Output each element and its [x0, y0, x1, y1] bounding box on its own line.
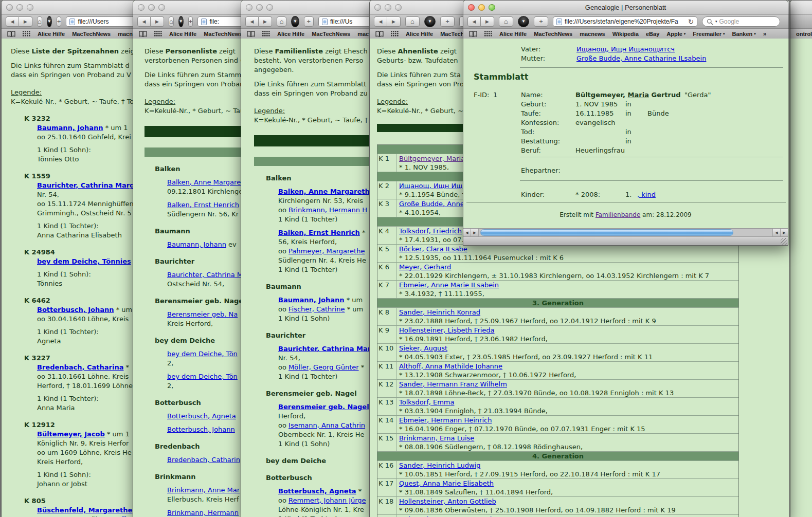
person-link[interactable]: bey dem Deiche, Tön [167, 350, 238, 358]
person-link[interactable]: Sander, Hermann Franz Wilhelm [399, 380, 507, 388]
person-link[interactable]: Balken, Ernst Henrich [167, 201, 239, 209]
new-tab-button[interactable]: + [57, 16, 62, 27]
close-button-icon[interactable] [138, 4, 145, 11]
minimize-button-icon[interactable] [385, 4, 391, 11]
person-link[interactable]: Balken, Ernst Henrich [278, 229, 360, 236]
zoom-button-icon[interactable] [158, 4, 165, 11]
forward-button[interactable]: ▶ [481, 16, 494, 27]
person-link[interactable]: Berensmeier geb. Nagel [278, 403, 369, 411]
person-link[interactable]: Botterbusch, Johann [37, 306, 114, 313]
bookmarks-overflow-icon[interactable]: » [763, 30, 767, 38]
address-bar[interactable]: file:///Users/stefan/eigene%20Projekte/F… [553, 16, 697, 27]
person-link[interactable]: Ebmeier, Hermann Heinrich [399, 416, 492, 424]
new-tab-button[interactable]: + [188, 16, 193, 27]
person-link[interactable]: Baurichter, Cathrina Mar [278, 345, 371, 353]
resize-grip[interactable] [781, 238, 787, 245]
person-link[interactable]: Brinkmann, Hermann H [288, 206, 367, 214]
person-link[interactable]: Brinkmann, Hermann [167, 509, 239, 516]
minimize-button-icon[interactable] [16, 4, 23, 11]
back-button[interactable]: ◀ [245, 16, 259, 27]
bookmark-item[interactable]: Apple▾ [666, 31, 685, 37]
close-button-icon[interactable] [468, 4, 475, 11]
new-tab-button[interactable]: + [534, 16, 548, 27]
person-link[interactable]: Balken, Anne Margareth [278, 188, 370, 195]
person-link[interactable]: Tolksdorf, Friedrich [399, 227, 462, 235]
download-button[interactable]: ▼ [47, 16, 52, 27]
download-button[interactable]: ▼ [518, 16, 529, 27]
bookmark-item[interactable]: Freemailer▾ [693, 31, 725, 37]
close-button-icon[interactable] [246, 4, 252, 11]
home-button[interactable]: ⌂ [499, 16, 513, 27]
back-button[interactable]: ◀ [467, 16, 481, 27]
reload-icon[interactable]: ↻ [688, 18, 694, 26]
person-link[interactable]: Baumann, Johann [167, 241, 226, 248]
minimize-button-icon[interactable] [148, 4, 155, 11]
scroll-left-icon[interactable]: ◀ [772, 229, 780, 236]
scroll-left-icon[interactable]: ◀ [463, 229, 471, 236]
home-button[interactable]: ⌂ [405, 16, 420, 27]
horizontal-scrollbar[interactable]: ◀▶ ◀▶ [463, 228, 788, 237]
person-link[interactable]: Botterbusch, Johann [167, 426, 235, 433]
minimize-button-icon[interactable] [256, 4, 263, 11]
scrollbar-thumb[interactable] [480, 229, 733, 236]
home-button[interactable]: ⌂ [169, 16, 174, 27]
person-link[interactable]: Tolksdorf, Emma [399, 398, 455, 406]
person-link[interactable]: Baumann, Johann [37, 124, 103, 132]
person-link[interactable]: Althoff, Anna Mathilde Johanne [399, 362, 502, 370]
person-link[interactable]: bey dem Deiche, Tön [167, 373, 238, 380]
forward-button[interactable]: ▶ [387, 16, 401, 27]
person-link[interactable]: Büschenfeld, Margarethe [37, 506, 132, 514]
person-link[interactable]: Meyer, Gerhard [399, 263, 451, 271]
zoom-button-icon[interactable] [395, 4, 402, 11]
familienbande-link[interactable]: Familienbande [596, 211, 640, 218]
bookmark-item[interactable]: Wikipedia [612, 31, 639, 37]
bookmark-item[interactable]: Banken▾ [732, 31, 756, 37]
bookmark-item[interactable]: MacTechNews [534, 31, 572, 37]
kind-link[interactable]: , kind [637, 190, 656, 199]
person-link[interactable]: bey dem Deiche, Tönnies [37, 257, 131, 265]
person-link[interactable]: Bredenbach, Catharina [37, 363, 123, 371]
zoom-button-icon[interactable] [27, 4, 33, 11]
scroll-right-icon[interactable]: ▶ [471, 229, 479, 236]
zoom-button-icon[interactable] [266, 4, 273, 11]
person-link[interactable]: Balken, Anne Margare [167, 178, 241, 186]
new-tab-button[interactable]: + [304, 16, 314, 27]
person-link[interactable]: Ebmeier, Anne Marie ILsabein [399, 281, 499, 289]
back-button[interactable]: ◀ [137, 16, 151, 27]
bookmark-item[interactable]: Alice Hilfe [499, 31, 527, 37]
person-link[interactable]: Brinkmann, Anne Mar [167, 486, 240, 494]
search-input[interactable]: ▾Google [702, 16, 780, 27]
person-link[interactable]: Bültemeyer, Jacob [37, 430, 105, 438]
vater-link[interactable]: Ищанощ, Ищн Ищанощитсч [576, 45, 675, 54]
scrollbar-arrows-left[interactable]: ◀▶ [463, 229, 479, 236]
close-button-icon[interactable] [6, 4, 13, 11]
person-link[interactable]: Brinkmann, Erna Luise [399, 434, 474, 442]
bookmark-item[interactable]: eBay [646, 31, 659, 37]
person-link[interactable]: Hollensteiner, Anton Gottlieb [399, 497, 496, 505]
person-link[interactable]: Berensmeier geb. Na [167, 310, 238, 318]
person-link[interactable]: Möller, Georg Günter [288, 363, 359, 371]
download-button[interactable]: ▼ [178, 16, 184, 27]
forward-button[interactable]: ▶ [151, 16, 164, 27]
mutter-link[interactable]: Große Budde, Anne Catharine ILsabein [576, 54, 706, 63]
forward-button[interactable]: ▶ [19, 16, 32, 27]
bookmark-item[interactable]: Alice Hilfe [277, 31, 304, 37]
person-link[interactable]: Bredenbach, Catharin [167, 456, 240, 464]
home-button[interactable]: ⌂ [37, 16, 42, 27]
person-link[interactable]: Ищанощ, Ищн Ища [399, 182, 466, 190]
zoom-button-icon[interactable] [489, 4, 495, 11]
person-link[interactable]: Remmert, Johann Jürge [288, 496, 366, 504]
bookmark-item[interactable]: ontrol [796, 31, 812, 37]
bookmark-item[interactable]: MacTechNews [72, 31, 111, 37]
person-link[interactable]: Baurichter, Cathrina M [167, 271, 243, 279]
close-button-icon[interactable] [374, 4, 381, 11]
person-link[interactable]: Fischer, Cathrine [288, 305, 345, 313]
person-link[interactable]: Große Budde, Anne [399, 200, 464, 208]
person-link[interactable]: Hollensteiner, Lisbeth Frieda [399, 326, 495, 334]
person-link[interactable]: Sander, Heinrich Ludwig [399, 461, 480, 469]
scroll-right-icon[interactable]: ▶ [780, 229, 788, 236]
new-tab-button[interactable]: + [440, 16, 455, 27]
bookmark-item[interactable]: Alice Hilfe [169, 31, 196, 37]
person-link[interactable]: Sieker, August [399, 344, 447, 352]
back-button[interactable]: ◀ [6, 16, 19, 27]
